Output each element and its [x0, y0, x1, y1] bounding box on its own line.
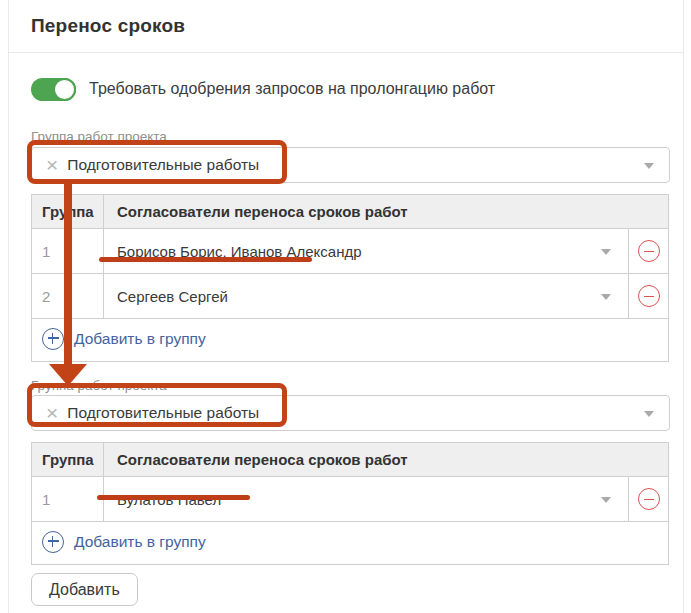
approvers-table-2: Группа Согласователи переноса сроков раб… — [31, 442, 669, 565]
approvers-select[interactable]: Булатов Павел — [104, 477, 629, 522]
approvers-select[interactable]: Борисов Борис, Иванов Александр — [104, 229, 629, 274]
work-group-label-1: Группа работ проекта — [31, 129, 667, 144]
remove-cell — [629, 477, 669, 522]
approval-toggle-row: Требовать одобрения запросов на пролонга… — [31, 77, 667, 101]
footer-cell: Добавить в группу — [32, 522, 669, 565]
chevron-down-icon[interactable] — [644, 411, 654, 417]
row-number: 2 — [32, 274, 104, 319]
work-group-selected-value-2: Подготовительные работы — [67, 404, 259, 422]
panel-content: Требовать одобрения запросов на пролонга… — [9, 77, 683, 606]
table-header-row: Группа Согласователи переноса сроков раб… — [32, 195, 669, 229]
remove-row-button[interactable] — [638, 285, 660, 307]
panel-header: Перенос сроков — [9, 0, 683, 53]
clear-selection-icon[interactable]: × — [46, 402, 58, 423]
footer-cell: Добавить в группу — [32, 319, 669, 362]
clear-selection-icon[interactable]: × — [46, 154, 58, 175]
header-approvers: Согласователи переноса сроков работ — [104, 443, 669, 477]
approvers-value: Булатов Павел — [117, 491, 221, 508]
row-number: 1 — [32, 229, 104, 274]
approval-toggle-label: Требовать одобрения запросов на пролонга… — [89, 80, 495, 98]
remove-row-button[interactable] — [638, 240, 660, 262]
header-group: Группа — [32, 195, 104, 229]
chevron-down-icon[interactable] — [601, 294, 611, 300]
settings-panel: Перенос сроков Требовать одобрения запро… — [8, 0, 684, 613]
remove-cell — [629, 229, 669, 274]
plus-circle-icon — [42, 531, 64, 553]
page-title: Перенос сроков — [31, 15, 185, 37]
add-to-group-label: Добавить в группу — [74, 330, 206, 348]
work-group-label-2: Группа работ проекта — [31, 378, 667, 393]
work-group-selected-value-1: Подготовительные работы — [67, 156, 259, 174]
approvers-value: Сергеев Сергей — [117, 288, 228, 305]
remove-cell — [629, 274, 669, 319]
add-to-group-link-2[interactable]: Добавить в группу — [42, 531, 206, 553]
table-row: 1 Борисов Борис, Иванов Александр — [32, 229, 669, 274]
approval-toggle-switch[interactable] — [31, 78, 76, 101]
table-row: 2 Сергеев Сергей — [32, 274, 669, 319]
toggle-knob — [53, 78, 76, 101]
approvers-table-1: Группа Согласователи переноса сроков раб… — [31, 194, 669, 362]
work-group-select-1[interactable]: × Подготовительные работы — [31, 147, 670, 183]
chevron-down-icon[interactable] — [644, 163, 654, 169]
plus-circle-icon — [42, 328, 64, 350]
table-header-row: Группа Согласователи переноса сроков раб… — [32, 443, 669, 477]
chevron-down-icon[interactable] — [601, 249, 611, 255]
header-approvers: Согласователи переноса сроков работ — [104, 195, 669, 229]
table-footer-row: Добавить в группу — [32, 522, 669, 565]
add-to-group-link-1[interactable]: Добавить в группу — [42, 328, 206, 350]
row-number: 1 — [32, 477, 104, 522]
approvers-value: Борисов Борис, Иванов Александр — [117, 243, 362, 260]
header-group: Группа — [32, 443, 104, 477]
approvers-select[interactable]: Сергеев Сергей — [104, 274, 629, 319]
work-group-select-2[interactable]: × Подготовительные работы — [31, 395, 670, 431]
remove-row-button[interactable] — [638, 488, 660, 510]
deadline-settings-page: Перенос сроков Требовать одобрения запро… — [0, 0, 691, 613]
add-group-button[interactable]: Добавить — [31, 573, 138, 606]
add-to-group-label: Добавить в группу — [74, 533, 206, 551]
chevron-down-icon[interactable] — [601, 497, 611, 503]
table-footer-row: Добавить в группу — [32, 319, 669, 362]
table-row: 1 Булатов Павел — [32, 477, 669, 522]
